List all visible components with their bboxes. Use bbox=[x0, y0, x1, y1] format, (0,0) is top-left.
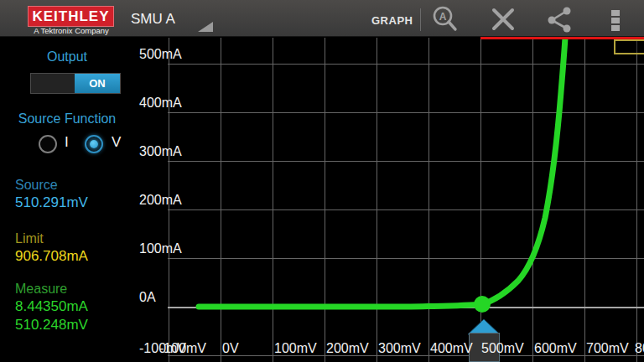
top-bar: KEITHLEY A Tektronix Company SMU A GRAPH… bbox=[0, 0, 644, 37]
channel-selector[interactable]: SMU A bbox=[131, 11, 175, 28]
y-tick-label: 400mA bbox=[139, 95, 182, 111]
close-icon bbox=[488, 4, 518, 34]
x-tick-label: 700mV bbox=[586, 340, 629, 357]
brand-tagline: A Tektronix Company bbox=[17, 26, 126, 35]
x-tick-label: 400mV bbox=[430, 340, 473, 357]
overflow-menu-icon bbox=[600, 4, 631, 34]
source-readout-label: Source bbox=[15, 178, 58, 193]
limit-readout-label: Limit bbox=[15, 231, 44, 246]
graph-view-label: GRAPH bbox=[371, 14, 413, 27]
x-tick-label: 800mV bbox=[635, 340, 644, 357]
radio-i-label: I bbox=[65, 134, 69, 151]
share-icon bbox=[544, 4, 574, 34]
smu-touchscreen: KEITHLEY A Tektronix Company SMU A GRAPH… bbox=[0, 0, 644, 362]
y-tick-label: 0A bbox=[139, 289, 156, 306]
svg-text:A: A bbox=[439, 11, 447, 23]
radio-current-i[interactable] bbox=[39, 135, 57, 153]
x-tick-label: 0V bbox=[222, 340, 239, 357]
brand-name: KEITHLEY bbox=[32, 8, 109, 25]
zoom-region-box bbox=[614, 39, 644, 54]
y-tick-label: 500mA bbox=[139, 46, 182, 63]
x-tick-label: 100mV bbox=[274, 340, 317, 357]
zero-current-axis bbox=[168, 307, 644, 308]
y-tick-label: 300mA bbox=[139, 143, 182, 160]
keithley-logo: KEITHLEY bbox=[28, 6, 114, 27]
y-tick-label: 100mA bbox=[139, 240, 182, 257]
source-readout-value[interactable]: 510.291mV bbox=[15, 194, 88, 211]
spinner-arrow-icon[interactable] bbox=[198, 22, 213, 32]
measure-readout-label: Measure bbox=[15, 282, 67, 297]
measure-voltage-value: 510.248mV bbox=[15, 317, 88, 334]
x-tick-label: 600mV bbox=[534, 340, 577, 357]
output-toggle-thumb[interactable]: ON bbox=[75, 74, 120, 93]
close-button[interactable] bbox=[488, 4, 518, 34]
zoom-a-button[interactable]: A bbox=[430, 4, 460, 34]
x-tick-label: 300mV bbox=[378, 340, 421, 357]
radio-v-label: V bbox=[112, 134, 121, 151]
output-label: Output bbox=[0, 49, 134, 65]
source-function-label: Source Function bbox=[0, 111, 134, 127]
overflow-menu-button[interactable] bbox=[600, 4, 631, 34]
share-button[interactable] bbox=[544, 4, 574, 34]
source-function-radios: I V bbox=[0, 132, 134, 156]
x-tick-label: -100mV bbox=[159, 340, 206, 357]
x-tick-label: 500mV bbox=[481, 340, 524, 357]
chart-grid[interactable] bbox=[168, 38, 644, 362]
y-tick-label: 200mA bbox=[139, 192, 182, 209]
toolbar-divider bbox=[420, 8, 421, 31]
output-toggle[interactable]: ON bbox=[30, 73, 121, 94]
limit-readout-value[interactable]: 906.708mA bbox=[15, 248, 88, 265]
radio-selected-dot bbox=[90, 140, 98, 148]
zoom-a-icon: A bbox=[430, 4, 460, 34]
radio-voltage-v[interactable] bbox=[85, 135, 103, 153]
x-tick-label: 200mV bbox=[326, 340, 369, 357]
measure-current-value: 8.44350mA bbox=[15, 298, 88, 315]
